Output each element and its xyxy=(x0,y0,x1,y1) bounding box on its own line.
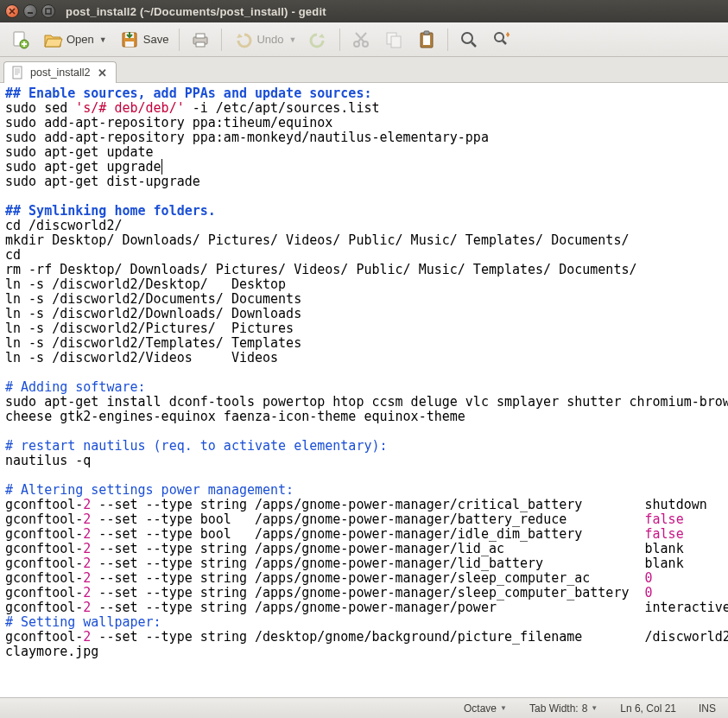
cut-button[interactable] xyxy=(346,27,376,53)
chevron-down-icon[interactable]: ▼ xyxy=(99,35,107,44)
toolbar-separator xyxy=(221,29,222,51)
open-label: Open xyxy=(66,33,94,46)
new-document-icon xyxy=(9,29,30,50)
svg-rect-13 xyxy=(391,36,401,48)
find-replace-button[interactable] xyxy=(487,27,516,53)
toolbar-separator xyxy=(447,29,448,51)
svg-rect-16 xyxy=(424,31,429,35)
redo-icon xyxy=(308,29,329,50)
open-button[interactable]: Open ▼ xyxy=(38,27,111,53)
scissors-icon xyxy=(351,29,371,50)
window-controls xyxy=(5,4,55,18)
printer-icon xyxy=(190,29,211,50)
svg-rect-15 xyxy=(423,35,430,45)
document-icon xyxy=(11,66,25,79)
tab-close-button[interactable]: ✕ xyxy=(96,67,109,79)
save-button[interactable]: Save xyxy=(115,27,174,53)
cursor-position: Ln 6, Col 21 xyxy=(615,701,681,716)
copy-button[interactable] xyxy=(379,27,408,53)
undo-icon xyxy=(232,29,253,50)
save-icon xyxy=(119,29,140,50)
paste-button[interactable] xyxy=(412,27,441,53)
toolbar: Open ▼ Save Undo ▼ xyxy=(0,22,728,57)
svg-rect-9 xyxy=(196,42,205,47)
minimize-icon xyxy=(27,8,34,15)
new-document-button[interactable] xyxy=(5,27,35,53)
chevron-down-icon: ▼ xyxy=(591,704,598,712)
tab-label: post_install2 xyxy=(30,67,91,79)
close-icon xyxy=(9,8,16,15)
print-button[interactable] xyxy=(186,27,215,53)
window-maximize-button[interactable] xyxy=(41,4,55,18)
text-editor[interactable]: ## Enable sources, add PPAs and update s… xyxy=(0,83,728,697)
document-tab[interactable]: post_install2 ✕ xyxy=(3,61,117,83)
svg-rect-0 xyxy=(28,12,33,14)
tab-bar: post_install2 ✕ xyxy=(0,57,728,83)
undo-label: Undo xyxy=(256,33,283,46)
maximize-icon xyxy=(45,8,52,15)
status-bar: Octave ▼ Tab Width: 8 ▼ Ln 6, Col 21 INS xyxy=(0,697,728,718)
redo-button[interactable] xyxy=(304,27,333,53)
svg-rect-1 xyxy=(46,9,51,14)
chevron-down-icon[interactable]: ▼ xyxy=(288,35,296,44)
search-icon xyxy=(459,29,479,50)
window-close-button[interactable] xyxy=(5,4,19,18)
insert-mode-toggle[interactable]: INS xyxy=(693,701,721,716)
save-label: Save xyxy=(143,33,169,46)
chevron-down-icon: ▼ xyxy=(500,704,507,712)
window-titlebar: post_install2 (~/Documents/post_install)… xyxy=(0,0,728,22)
toolbar-separator xyxy=(339,29,340,51)
language-selector[interactable]: Octave ▼ xyxy=(459,701,512,716)
folder-open-icon xyxy=(42,29,63,50)
find-replace-icon xyxy=(491,29,512,50)
language-label: Octave xyxy=(464,702,497,715)
svg-rect-6 xyxy=(125,41,134,47)
svg-point-17 xyxy=(462,33,472,43)
clipboard-icon xyxy=(416,29,437,50)
svg-point-18 xyxy=(495,33,503,41)
copy-icon xyxy=(383,29,404,50)
toolbar-separator xyxy=(179,29,180,51)
code-content: ## Enable sources, add PPAs and update s… xyxy=(5,86,723,659)
tab-width-selector[interactable]: Tab Width: 8 ▼ xyxy=(524,701,603,716)
tab-width-label: Tab Width: xyxy=(529,702,579,715)
undo-button[interactable]: Undo ▼ xyxy=(228,27,301,53)
find-button[interactable] xyxy=(454,27,484,53)
tab-width-value: 8 xyxy=(582,702,588,715)
window-minimize-button[interactable] xyxy=(23,4,37,18)
window-title: post_install2 (~/Documents/post_install)… xyxy=(66,5,326,18)
svg-rect-8 xyxy=(196,34,205,38)
